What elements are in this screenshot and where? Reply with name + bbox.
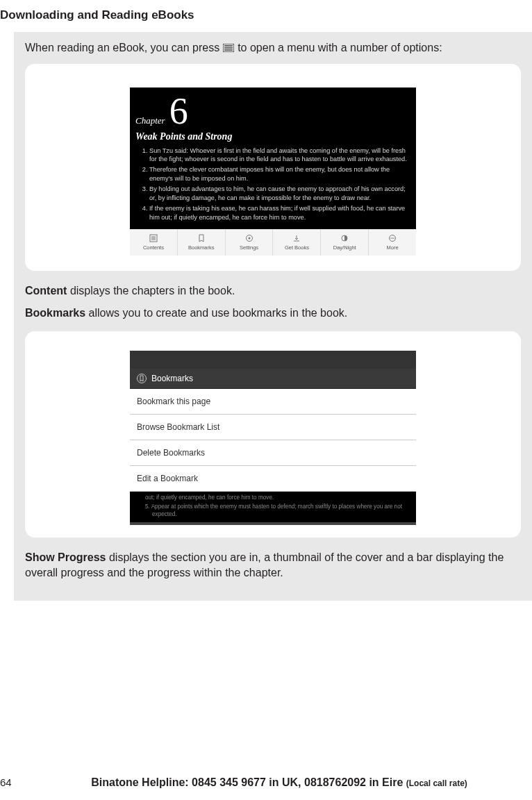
svg-point-12 — [390, 238, 392, 240]
browse-bookmark-list-option[interactable]: Browse Bookmark List — [130, 415, 416, 440]
toolbar-contents-button[interactable]: Contents — [130, 229, 178, 256]
toolbar-label: Day/Night — [333, 244, 356, 251]
page-title: Downloading and Reading eBooks — [0, 0, 532, 22]
bm-remain-line4: out; if quietly encamped, he can force h… — [145, 494, 274, 501]
toolbar-label: Get Books — [285, 244, 309, 251]
menu-icon — [222, 43, 235, 53]
bookmarks-screenshot: Bookmarks Bookmark this page Browse Book… — [25, 331, 521, 538]
ebook-line: Sun Tzu said: Whoever is first in the fi… — [149, 147, 409, 164]
delete-bookmarks-option[interactable]: Delete Bookmarks — [130, 440, 416, 466]
bookmarks-bottom-bar — [130, 522, 416, 525]
getbooks-icon — [292, 233, 301, 243]
helpline-main: Binatone Helpline: 0845 345 9677 in UK, … — [91, 776, 406, 788]
show-progress-bold: Show Progress — [25, 551, 106, 563]
intro-before: When reading an eBook, you can press — [25, 42, 219, 54]
content-text: displays the chapters in the book. — [67, 285, 235, 297]
toolbar-more-button[interactable]: More — [369, 229, 416, 256]
svg-point-14 — [393, 238, 394, 240]
toolbar-label: Bookmarks — [188, 244, 215, 251]
ebook-reader-screenshot: Chapter 6 Weak Points and Strong Sun Tzu… — [25, 64, 521, 271]
bookmarks-panel: Bookmarks Bookmark this page Browse Book… — [130, 369, 416, 492]
intro-line: When reading an eBook, you can press to … — [25, 42, 521, 54]
bookmarks-bold: Bookmarks — [25, 307, 85, 319]
toolbar-getbooks-button[interactable]: Get Books — [273, 229, 321, 256]
contents-icon — [149, 233, 158, 243]
bookmarks-remaining-text: out; if quietly encamped, he can force h… — [130, 492, 416, 522]
toolbar-label: Contents — [143, 244, 164, 251]
ebook-text: Sun Tzu said: Whoever is first in the fi… — [130, 147, 416, 229]
bookmarks-header-title: Bookmarks — [151, 374, 193, 383]
ebook-screen: Chapter 6 Weak Points and Strong Sun Tzu… — [130, 88, 416, 256]
chapter-number: 6 — [169, 94, 188, 128]
bookmark-this-page-option[interactable]: Bookmark this page — [130, 389, 416, 415]
svg-point-9 — [248, 238, 250, 240]
toolbar-bookmarks-button[interactable]: Bookmarks — [178, 229, 226, 256]
toolbar-label: Settings — [240, 244, 258, 251]
bookmarks-panel-header: Bookmarks — [130, 369, 416, 389]
ebook-line: If the enemy is taking his ease, he can … — [149, 204, 409, 222]
toolbar-settings-button[interactable]: Settings — [226, 229, 274, 256]
bookmarks-header-icon — [137, 374, 147, 383]
bookmarks-text: allows you to create and use bookmarks i… — [85, 307, 347, 319]
bm-remain-line5: 5. Appear at points which the enemy must… — [145, 503, 409, 518]
helpline-small: (Local call rate) — [406, 778, 467, 788]
ebook-line: By holding out advantages to him, he can… — [149, 185, 409, 202]
intro-after: to open a menu with a number of options: — [238, 42, 442, 54]
content-area: When reading an eBook, you can press to … — [14, 32, 532, 601]
bookmarks-screen: Bookmarks Bookmark this page Browse Book… — [130, 351, 416, 525]
toolbar-label: More — [387, 244, 399, 251]
content-description: Content displays the chapters in the boo… — [25, 283, 521, 299]
ebook-chapter-header: Chapter 6 — [130, 88, 416, 131]
settings-icon — [244, 233, 254, 243]
toolbar-daynight-button[interactable]: Day/Night — [321, 229, 369, 256]
chapter-title: Weak Points and Strong — [130, 131, 416, 147]
daynight-icon — [340, 233, 349, 243]
ebook-line: Therefore the clever combatant imposes h… — [149, 165, 409, 183]
page-footer: 64 Binatone Helpline: 0845 345 9677 in U… — [0, 776, 532, 789]
bookmarks-icon — [197, 233, 206, 243]
content-bold: Content — [25, 285, 67, 297]
svg-point-13 — [392, 238, 393, 240]
more-icon — [388, 233, 397, 243]
bookmarks-bg-top — [130, 351, 416, 369]
page-number: 64 — [0, 776, 28, 788]
helpline-text: Binatone Helpline: 0845 345 9677 in UK, … — [28, 776, 531, 789]
ebook-toolbar: Contents Bookmarks Settings — [130, 229, 416, 256]
bookmarks-description: Bookmarks allows you to create and use b… — [25, 306, 521, 321]
chapter-label: Chapter — [135, 115, 165, 126]
show-progress-description: Show Progress displays the section you a… — [25, 550, 521, 581]
edit-bookmark-option[interactable]: Edit a Bookmark — [130, 466, 416, 492]
